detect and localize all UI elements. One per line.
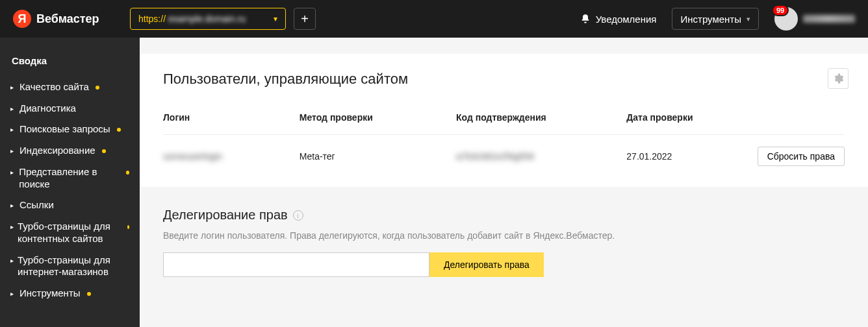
notifications-link[interactable]: Уведомления <box>580 14 657 25</box>
table-row: someuserlogin Meta-тег a7b3c9d1e2f4g5h6 … <box>163 135 845 178</box>
delegate-button[interactable]: Делегировать права <box>429 252 544 277</box>
reset-rights-button[interactable]: Сбросить права <box>758 147 845 166</box>
logo-area[interactable]: Я Вебмастер <box>13 10 127 28</box>
delegation-section: Делегирование прав i Введите логин польз… <box>140 187 868 277</box>
tools-dropdown[interactable]: Инструменты ▾ <box>672 8 759 30</box>
sidebar-item-label: Турбо-страницы для интернет-магазинов <box>18 254 129 279</box>
sidebar-item-summary[interactable]: Сводка <box>0 51 140 77</box>
sidebar-item-6[interactable]: ▸Турбо-страницы для контентных сайтов <box>0 216 140 250</box>
delegation-login-input[interactable] <box>163 252 429 277</box>
sidebar-item-7[interactable]: ▸Турбо-страницы для интернет-магазинов <box>0 250 140 284</box>
user-menu[interactable]: 99 <box>774 7 855 30</box>
caret-right-icon: ▸ <box>10 84 16 92</box>
username-blurred <box>803 15 855 23</box>
caret-right-icon: ▸ <box>10 290 16 298</box>
cell-method: Meta-тег <box>300 151 335 162</box>
sidebar-item-label: Ссылки <box>19 199 54 212</box>
bell-icon <box>580 14 591 24</box>
tools-label: Инструменты <box>680 14 741 25</box>
site-selector[interactable]: https:// example.domain.ru ▾ <box>130 8 286 30</box>
sidebar: Сводка ▸Качество сайта▸Диагностика▸Поиск… <box>0 38 140 327</box>
sidebar-item-3[interactable]: ▸Индексирование <box>0 140 140 162</box>
caret-right-icon: ▸ <box>10 257 14 265</box>
gear-icon <box>832 73 844 84</box>
sidebar-item-label: Индексирование <box>19 145 96 157</box>
notification-badge: 99 <box>772 5 789 16</box>
settings-button[interactable] <box>828 68 849 89</box>
sidebar-item-0[interactable]: ▸Качество сайта <box>0 77 140 98</box>
main-content: Пользователи, управляющие сайтом Логин М… <box>140 38 868 327</box>
sidebar-item-label: Сводка <box>12 55 47 67</box>
col-login: Логин <box>163 107 300 135</box>
sidebar-item-label: Инструменты <box>19 287 81 300</box>
site-url-value: example.domain.ru <box>168 14 246 24</box>
users-card: Пользователи, управляющие сайтом Логин М… <box>140 54 868 187</box>
sidebar-item-2[interactable]: ▸Поисковые запросы <box>0 119 140 140</box>
site-url: https:// example.domain.ru <box>138 14 246 24</box>
sidebar-item-label: Диагностика <box>19 103 76 115</box>
sidebar-item-label: Турбо-страницы для контентных сайтов <box>18 221 121 245</box>
users-card-title: Пользователи, управляющие сайтом <box>163 71 845 88</box>
notifications-label: Уведомления <box>596 14 657 25</box>
users-table: Логин Метод проверки Код подтверждения Д… <box>163 107 845 178</box>
cell-date: 27.01.2022 <box>626 151 672 162</box>
delegation-hint: Введите логин пользователя. Права делеги… <box>163 230 845 241</box>
status-dot-icon <box>102 149 106 153</box>
chevron-down-icon: ▾ <box>274 14 277 23</box>
caret-right-icon: ▸ <box>10 126 16 134</box>
delegation-title-text: Делегирование прав <box>163 208 288 223</box>
app-header: Я Вебмастер https:// example.domain.ru ▾… <box>0 0 868 38</box>
sidebar-item-8[interactable]: ▸Инструменты <box>0 283 140 304</box>
delegation-title: Делегирование прав i <box>163 208 845 223</box>
caret-right-icon: ▸ <box>10 105 16 114</box>
col-method: Метод проверки <box>300 107 456 135</box>
sidebar-item-1[interactable]: ▸Диагностика <box>0 98 140 119</box>
add-site-button[interactable]: + <box>294 8 316 30</box>
cell-login: someuserlogin <box>163 151 222 162</box>
yandex-logo-icon: Я <box>13 10 31 28</box>
chevron-down-icon: ▾ <box>747 15 750 23</box>
sidebar-item-4[interactable]: ▸Представление в поиске <box>0 162 140 195</box>
status-dot-icon <box>126 171 129 175</box>
status-dot-icon <box>117 128 121 132</box>
col-date: Дата проверки <box>626 107 749 135</box>
caret-right-icon: ▸ <box>10 147 16 156</box>
brand-name: Вебмастер <box>36 12 99 26</box>
caret-right-icon: ▸ <box>10 202 16 210</box>
info-icon[interactable]: i <box>293 210 303 221</box>
sidebar-item-label: Поисковые запросы <box>19 123 110 136</box>
sidebar-item-label: Представление в поиске <box>19 166 119 191</box>
caret-right-icon: ▸ <box>10 169 15 177</box>
sidebar-item-5[interactable]: ▸Ссылки <box>0 195 140 216</box>
cell-code: a7b3c9d1e2f4g5h6 <box>456 151 534 162</box>
site-url-prefix: https:// <box>138 14 166 24</box>
caret-right-icon: ▸ <box>10 223 14 232</box>
col-code: Код подтверждения <box>456 107 626 135</box>
status-dot-icon <box>96 86 99 90</box>
status-dot-icon <box>87 292 91 296</box>
status-dot-icon <box>127 225 129 229</box>
sidebar-item-label: Качество сайта <box>19 81 89 93</box>
avatar: 99 <box>774 7 798 30</box>
